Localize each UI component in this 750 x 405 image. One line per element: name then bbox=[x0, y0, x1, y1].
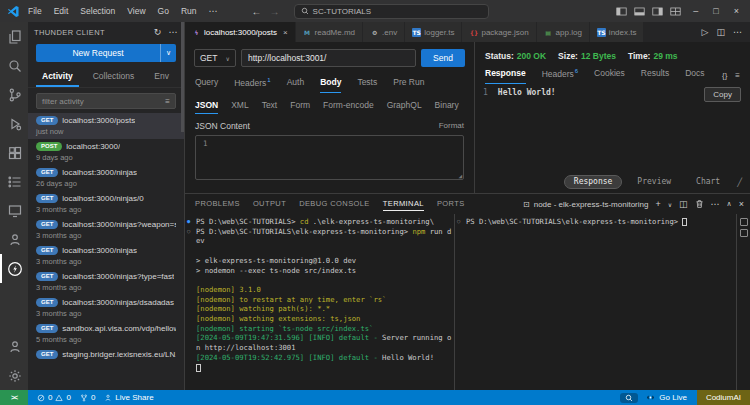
response-tab-docs[interactable]: Docs bbox=[685, 65, 704, 84]
panel-tab-ports[interactable]: PORTS bbox=[437, 197, 465, 211]
terminal-output-secondary[interactable]: ○PS D:\web\SC-TUTORIALS\elk-express-ts-m… bbox=[455, 214, 736, 390]
resize-handle-icon[interactable]: ◢ bbox=[458, 172, 462, 179]
response-tab-headers[interactable]: Headers6 bbox=[542, 65, 578, 84]
sidebar-scrollbar[interactable] bbox=[181, 22, 184, 132]
body-tab-json[interactable]: JSON bbox=[195, 98, 218, 114]
panel-tab-problems[interactable]: PROBLEMS bbox=[195, 197, 240, 211]
editor-more-icon[interactable]: ⋯ bbox=[733, 27, 742, 37]
menu-selection[interactable]: Selection bbox=[74, 0, 121, 22]
response-tab-response[interactable]: Response bbox=[485, 65, 526, 84]
menu-run[interactable]: Run bbox=[175, 0, 203, 22]
terminal-output[interactable]: ●PS D:\web\SC-TUTORIALS> cd .\elk-expres… bbox=[185, 214, 455, 390]
toggle-secondary-sidebar-icon[interactable] bbox=[652, 7, 663, 16]
menu-view[interactable]: View bbox=[121, 0, 151, 22]
method-select[interactable]: GET ∨ bbox=[194, 49, 236, 67]
remote-indicator[interactable]: >< bbox=[0, 390, 28, 405]
testing-icon[interactable] bbox=[0, 167, 28, 196]
view-tab-preview[interactable]: Preview bbox=[627, 175, 681, 189]
split-terminal-icon[interactable]: ◫ bbox=[679, 199, 688, 209]
extensions-icon[interactable] bbox=[0, 138, 28, 167]
toggle-panel-icon[interactable] bbox=[634, 7, 645, 16]
new-request-dropdown[interactable]: ∨ bbox=[160, 44, 176, 62]
format-link[interactable]: Format bbox=[439, 121, 464, 131]
codium-ai-button[interactable]: CodiumAI bbox=[697, 390, 750, 405]
editor-tab-readme-md[interactable]: MreadMe.md bbox=[296, 22, 363, 42]
panel-more-icon[interactable]: ⋯ bbox=[711, 199, 720, 209]
view-tab-response[interactable]: Response bbox=[564, 175, 623, 189]
run-file-icon[interactable]: ▷ bbox=[702, 27, 709, 37]
request-tab-body[interactable]: Body bbox=[320, 74, 341, 93]
go-live-button[interactable]: Go Live bbox=[646, 393, 687, 402]
body-tab-xml[interactable]: XML bbox=[231, 98, 248, 114]
panel-tab-output[interactable]: OUTPUT bbox=[253, 197, 286, 211]
response-tab-cookies[interactable]: Cookies bbox=[594, 65, 625, 84]
toggle-sidebar-icon[interactable] bbox=[616, 7, 627, 16]
menu-go[interactable]: Go bbox=[152, 0, 175, 22]
problems-indicator[interactable]: 0 0 bbox=[37, 393, 71, 402]
request-list-item[interactable]: GETlocalhost:3000/ninjas3 months ago bbox=[28, 243, 184, 269]
close-button[interactable]: × bbox=[731, 6, 742, 16]
request-tab-auth[interactable]: Auth bbox=[287, 74, 305, 93]
minimize-button[interactable]: – bbox=[690, 6, 701, 16]
editor-tab-app-log[interactable]: ▤app.log bbox=[537, 22, 590, 42]
editor-tab--env[interactable]: ⚙.env bbox=[363, 22, 405, 42]
ports-indicator[interactable]: 0 bbox=[80, 393, 95, 402]
request-list-item[interactable]: GETstaging.bridger.lexisnexis.eu/LN.Web.… bbox=[28, 347, 184, 362]
command-search-box[interactable]: SC-TUTORIALS bbox=[294, 4, 489, 19]
panel-tab-debug-console[interactable]: DEBUG CONSOLE bbox=[299, 197, 370, 211]
run-and-debug-icon[interactable] bbox=[0, 109, 28, 138]
body-tab-binary[interactable]: Binary bbox=[435, 98, 459, 114]
json-content-editor[interactable]: 1 ◢ bbox=[195, 135, 464, 180]
panel-tab-terminal[interactable]: TERMINAL bbox=[383, 197, 424, 211]
new-request-button[interactable]: New Request ∨ bbox=[36, 44, 176, 62]
request-list-item[interactable]: GETsandbox.api.visa.com/vdp/helloworld5 … bbox=[28, 321, 184, 347]
search-icon[interactable] bbox=[0, 51, 28, 80]
kill-terminal-icon[interactable] bbox=[695, 199, 704, 209]
request-list-item[interactable]: POSTlocalhost:3000/9 days ago bbox=[28, 139, 184, 165]
request-tab-query[interactable]: Query bbox=[195, 74, 218, 93]
maximize-panel-icon[interactable]: ∧ bbox=[727, 200, 732, 208]
filter-menu-icon[interactable]: ≡ bbox=[165, 97, 170, 106]
menu-file[interactable]: File bbox=[22, 0, 48, 22]
request-tab-headers[interactable]: Headers1 bbox=[234, 74, 270, 93]
new-terminal-icon[interactable]: + bbox=[655, 199, 660, 209]
sidebar-tab-activity[interactable]: Activity bbox=[36, 68, 79, 87]
sidebar-more-icon[interactable]: ⋯ bbox=[169, 27, 178, 37]
nav-back-icon[interactable]: ← bbox=[252, 6, 262, 17]
live-share-button[interactable]: Live Share bbox=[104, 393, 153, 402]
sidebar-tab-collections[interactable]: Collections bbox=[87, 68, 141, 87]
editor-tab-package-json[interactable]: {}package.json bbox=[462, 22, 536, 42]
split-editor-icon[interactable]: ◫ bbox=[716, 27, 725, 37]
nav-forward-icon[interactable]: → bbox=[270, 6, 280, 17]
copy-button[interactable]: Copy bbox=[704, 87, 741, 102]
menu-overflow-icon[interactable]: ⋯ bbox=[203, 6, 224, 16]
close-tab-icon[interactable]: × bbox=[283, 28, 288, 37]
status-search-button[interactable] bbox=[620, 393, 638, 403]
request-tab-pre-run[interactable]: Pre Run bbox=[393, 74, 424, 93]
terminal-dropdown-icon[interactable]: ∨ bbox=[668, 201, 672, 208]
menu-edit[interactable]: Edit bbox=[48, 0, 75, 22]
open-in-editor-icon[interactable]: ╱ bbox=[737, 178, 742, 187]
request-list-item[interactable]: GETlocalhost:3000/ninjas?type=fast3 mont… bbox=[28, 269, 184, 295]
terminal-list-item[interactable] bbox=[740, 218, 748, 226]
editor-tab-index-ts[interactable]: TSindex.ts bbox=[590, 22, 645, 42]
format-json-icon[interactable]: {} bbox=[722, 71, 727, 80]
request-list-item[interactable]: GETlocalhost:3000/ninjas/03 months ago bbox=[28, 191, 184, 217]
body-tab-text[interactable]: Text bbox=[262, 98, 278, 114]
request-list-item[interactable]: GETlocalhost:3000/ninjas/dsadadas3 month… bbox=[28, 295, 184, 321]
request-list-item[interactable]: GETlocalhost:3000/ninjas?weapon=stars3 m… bbox=[28, 217, 184, 243]
body-tab-graphql[interactable]: GraphQL bbox=[387, 98, 422, 114]
remote-explorer-icon[interactable] bbox=[0, 196, 28, 225]
filter-activity-input[interactable]: filter activity ≡ bbox=[36, 93, 176, 109]
customize-layout-icon[interactable] bbox=[670, 7, 681, 16]
maximize-button[interactable]: □ bbox=[710, 6, 721, 16]
source-control-icon[interactable] bbox=[0, 80, 28, 109]
send-button[interactable]: Send bbox=[421, 49, 465, 67]
editor-tab-logger-ts[interactable]: TSlogger.ts bbox=[405, 22, 462, 42]
terminal-session-label[interactable]: ⊡ node - elk-express-ts-monitoring bbox=[523, 200, 648, 209]
sidebar-tab-env[interactable]: Env bbox=[148, 68, 175, 87]
close-panel-icon[interactable]: × bbox=[739, 199, 744, 209]
response-filter-icon[interactable]: ≡ bbox=[735, 71, 740, 80]
url-input[interactable]: http://localhost:3001/ bbox=[241, 49, 416, 67]
thunder-client-icon[interactable] bbox=[0, 254, 28, 283]
